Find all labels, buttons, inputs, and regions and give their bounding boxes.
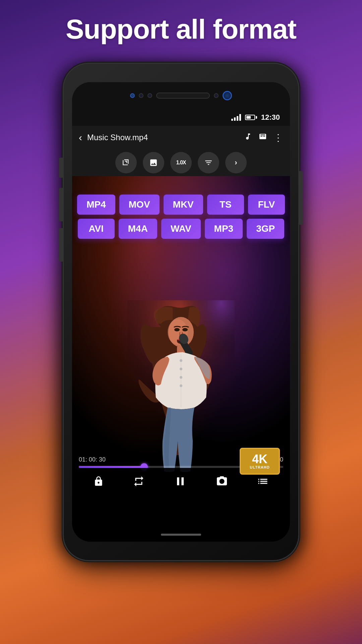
status-icons: 12:30 bbox=[231, 113, 280, 122]
more-controls-button[interactable]: › bbox=[225, 152, 247, 173]
format-badges-container: MP4 MOV MKV TS FLV AVI M4A WAV MP3 3GP bbox=[50, 195, 312, 239]
speed-button[interactable]: 1.0X bbox=[170, 152, 192, 173]
playlist-button[interactable] bbox=[257, 475, 269, 487]
controls-bar: 1.0X › bbox=[72, 149, 290, 176]
signal-bar-1 bbox=[231, 119, 233, 121]
4k-label: 4K bbox=[252, 453, 267, 465]
volume-down-button bbox=[59, 158, 64, 178]
signal-icon bbox=[231, 114, 241, 121]
signal-bar-4 bbox=[239, 114, 241, 121]
current-time: 01: 00: 30 bbox=[79, 456, 106, 463]
home-indicator bbox=[161, 534, 201, 536]
svg-point-12 bbox=[180, 368, 182, 370]
svg-point-14 bbox=[180, 384, 182, 387]
selfie-camera bbox=[223, 91, 232, 100]
music-note-icon[interactable] bbox=[244, 132, 252, 143]
lock-button[interactable] bbox=[93, 476, 104, 487]
format-mov: MOV bbox=[119, 195, 160, 215]
format-3gp: 3GP bbox=[247, 219, 284, 239]
format-badges-row1: MP4 MOV MKV TS FLV bbox=[50, 195, 312, 215]
4k-badge: 4K ULTRAHD bbox=[240, 448, 280, 475]
camera-sensors bbox=[130, 91, 232, 100]
screenshot-button[interactable] bbox=[216, 475, 228, 487]
status-bar: 12:30 bbox=[72, 109, 290, 126]
speaker-bar bbox=[156, 93, 210, 99]
svg-point-13 bbox=[180, 376, 182, 379]
signal-bar-3 bbox=[237, 116, 238, 121]
sensor-dot2 bbox=[147, 93, 152, 98]
format-mp3: MP3 bbox=[205, 219, 243, 239]
sensor-dot1 bbox=[139, 93, 143, 98]
format-m4a: M4A bbox=[119, 219, 157, 239]
title-icons: ⋮ bbox=[244, 132, 283, 143]
battery-body bbox=[245, 115, 255, 120]
phone-mockup: 12:30 ‹ Music Show.mp4 bbox=[64, 64, 298, 560]
format-mkv: MKV bbox=[164, 195, 203, 215]
loop-button[interactable] bbox=[133, 475, 145, 487]
pause-button[interactable] bbox=[174, 475, 187, 488]
ultrahd-label: ULTRAHD bbox=[250, 465, 269, 469]
image-button[interactable] bbox=[143, 152, 164, 173]
subtitle-icon[interactable] bbox=[259, 132, 267, 143]
equalizer-button[interactable] bbox=[198, 152, 219, 173]
battery-fill bbox=[246, 116, 251, 119]
svg-point-5 bbox=[182, 328, 188, 331]
video-title: Music Show.mp4 bbox=[87, 133, 239, 142]
back-icon[interactable]: ‹ bbox=[79, 132, 82, 143]
crop-button[interactable] bbox=[115, 152, 137, 173]
format-ts: TS bbox=[207, 195, 244, 215]
more-options-icon[interactable]: ⋮ bbox=[274, 132, 283, 143]
format-badges-row2: AVI M4A WAV MP3 3GP bbox=[50, 219, 312, 239]
battery-icon bbox=[245, 115, 257, 120]
sensor-dot3 bbox=[214, 93, 219, 98]
format-avi: AVI bbox=[78, 219, 115, 239]
svg-point-4 bbox=[174, 328, 180, 331]
app-title-bar: ‹ Music Show.mp4 ⋮ bbox=[72, 126, 290, 149]
battery-tip bbox=[256, 116, 257, 119]
signal-bar-2 bbox=[234, 117, 236, 121]
format-flv: FLV bbox=[248, 195, 285, 215]
svg-point-11 bbox=[180, 359, 182, 362]
format-mp4: MP4 bbox=[77, 195, 115, 215]
format-wav: WAV bbox=[161, 219, 201, 239]
phone-top-camera bbox=[72, 82, 290, 109]
status-time: 12:30 bbox=[261, 113, 280, 122]
front-camera-dot bbox=[130, 93, 135, 98]
phone-screen: 12:30 ‹ Music Show.mp4 bbox=[72, 82, 290, 542]
page-title: Support all format bbox=[0, 13, 362, 45]
